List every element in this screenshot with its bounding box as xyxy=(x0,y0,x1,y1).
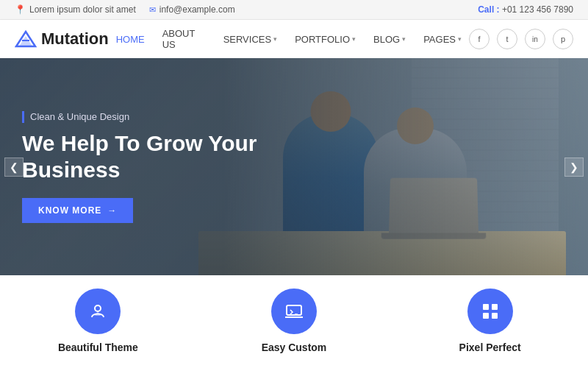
email-icon: ✉ xyxy=(149,5,156,15)
phone-number: +01 123 456 7890 xyxy=(502,4,573,15)
header: Mutation HOME ABOUT US SERVICES ▾ PORTFO… xyxy=(0,20,588,58)
grid-icon xyxy=(480,301,501,322)
nav-portfolio-label: PORTFOLIO xyxy=(295,34,350,45)
feature-label-1: Easy Custom xyxy=(262,342,327,353)
airbnb-icon xyxy=(87,301,108,322)
phone-section: Call : +01 123 456 7890 xyxy=(478,4,573,15)
social-linkedin[interactable]: in xyxy=(525,29,545,49)
feature-label-0: Beautiful Theme xyxy=(58,342,138,353)
nav-home[interactable]: HOME xyxy=(109,31,152,48)
address-item: 📍 Lorem ipsum dolor sit amet xyxy=(15,4,136,15)
nav-pages-label: PAGES xyxy=(423,34,456,45)
feature-icon-pixel-perfect xyxy=(467,289,513,334)
hero-section: ❮ ❯ Clean & Unique Design We Help To Gro… xyxy=(0,58,588,275)
social-icons: f t in p xyxy=(469,29,573,49)
location-icon: 📍 xyxy=(15,4,26,15)
nav-about-label: ABOUT US xyxy=(162,28,206,50)
logo-icon xyxy=(15,30,37,48)
social-twitter[interactable]: t xyxy=(497,29,517,49)
hero-content: Clean & Unique Design We Help To Grow Yo… xyxy=(22,111,301,223)
nav-blog[interactable]: BLOG ▾ xyxy=(366,31,413,48)
logo-text: Mutation xyxy=(41,29,109,49)
nav-services-label: SERVICES xyxy=(223,34,272,45)
feature-icon-easy-custom xyxy=(271,289,317,334)
svg-rect-7 xyxy=(483,313,489,319)
hero-eyebrow-text: Clean & Unique Design xyxy=(30,111,129,122)
hero-cta-label: KNOW MORE xyxy=(38,205,101,216)
social-pinterest[interactable]: p xyxy=(553,29,573,49)
portfolio-caret: ▾ xyxy=(352,35,356,43)
feature-easy-custom: Easy Custom xyxy=(220,289,368,353)
feature-label-2: Pixel Perfect xyxy=(459,342,521,353)
left-arrow-icon: ❮ xyxy=(10,161,18,173)
svg-rect-4 xyxy=(287,305,301,315)
top-bar: 📍 Lorem ipsum dolor sit amet ✉ info@exam… xyxy=(0,0,588,20)
nav-services[interactable]: SERVICES ▾ xyxy=(216,31,285,48)
svg-point-3 xyxy=(95,305,101,311)
email-item: ✉ info@example.com xyxy=(149,4,235,15)
svg-rect-8 xyxy=(492,313,498,319)
hero-cta-button[interactable]: KNOW MORE → xyxy=(22,198,133,223)
logo[interactable]: Mutation xyxy=(15,29,109,49)
feature-pixel-perfect: Pixel Perfect xyxy=(417,289,564,353)
hero-next-arrow[interactable]: ❯ xyxy=(564,158,584,177)
feature-beautiful-theme: Beautiful Theme xyxy=(24,289,171,353)
right-arrow-icon: ❯ xyxy=(570,161,578,173)
main-nav: HOME ABOUT US SERVICES ▾ PORTFOLIO ▾ BLO… xyxy=(109,25,469,53)
svg-rect-5 xyxy=(483,304,489,310)
address-text: Lorem ipsum dolor sit amet xyxy=(29,4,136,15)
pages-caret: ▾ xyxy=(458,35,462,43)
hero-title: We Help To Grow Your Business xyxy=(22,130,301,183)
top-bar-left: 📍 Lorem ipsum dolor sit amet ✉ info@exam… xyxy=(15,4,235,15)
features-section: Beautiful Theme Easy Custom Pixel Perfec… xyxy=(0,275,588,367)
social-facebook[interactable]: f xyxy=(469,29,490,49)
nav-pages[interactable]: PAGES ▾ xyxy=(416,31,469,48)
hero-cta-arrow-icon: → xyxy=(107,205,117,216)
email-text: info@example.com xyxy=(159,4,235,15)
hero-prev-arrow[interactable]: ❮ xyxy=(4,158,24,177)
nav-portfolio[interactable]: PORTFOLIO ▾ xyxy=(287,31,363,48)
svg-rect-6 xyxy=(492,304,498,310)
code-laptop-icon xyxy=(284,301,304,322)
feature-icon-beautiful-theme xyxy=(75,289,121,334)
blog-caret: ▾ xyxy=(402,35,406,43)
nav-blog-label: BLOG xyxy=(373,34,400,45)
nav-home-label: HOME xyxy=(116,34,145,45)
call-label: Call : xyxy=(478,4,499,15)
nav-about[interactable]: ABOUT US xyxy=(155,25,213,53)
services-caret: ▾ xyxy=(273,35,277,43)
hero-eyebrow: Clean & Unique Design xyxy=(22,111,301,123)
